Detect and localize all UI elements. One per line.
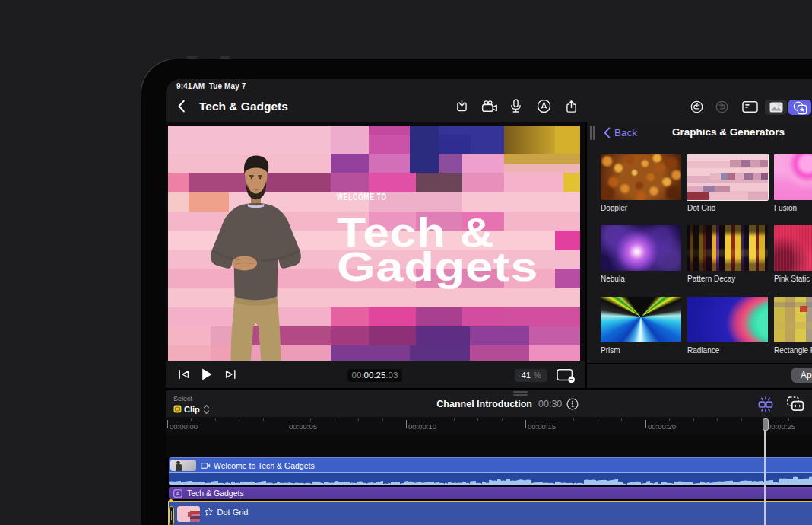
- svg-text:WELCOME TO: WELCOME TO: [337, 192, 387, 202]
- svg-text:A: A: [176, 490, 180, 497]
- svg-text:Gadgets: Gadgets: [337, 244, 538, 290]
